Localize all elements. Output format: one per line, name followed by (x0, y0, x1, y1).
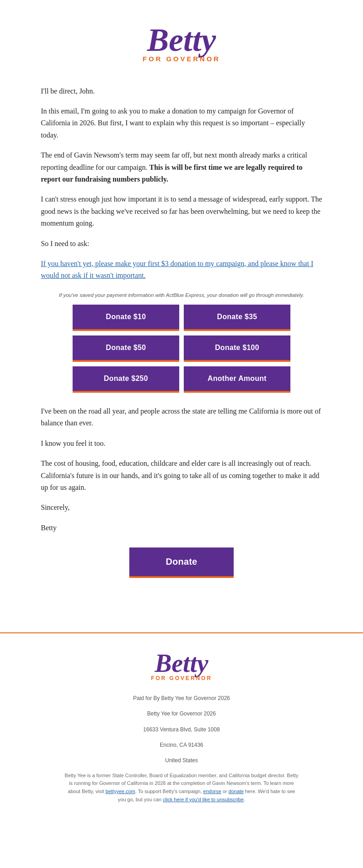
donate-35-button[interactable]: Donate $35 (184, 305, 290, 331)
svg-text:FOR GOVERNOR: FOR GOVERNOR (151, 675, 212, 681)
footer-area: Betty FOR GOVERNOR Paid for By Betty Yee… (0, 633, 363, 817)
donate-250-button[interactable]: Donate $250 (73, 366, 179, 393)
footer-logo: Betty FOR GOVERNOR (9, 647, 354, 689)
svg-text:Betty: Betty (154, 649, 209, 677)
disclaimer-period: . (244, 797, 245, 802)
footer-betty-logo: Betty FOR GOVERNOR (136, 647, 227, 686)
footer-endorse-link[interactable]: endorse (203, 789, 221, 794)
donation-grid: Donate $10 Donate $35 Donate $50 Donate … (73, 305, 290, 393)
svg-text:FOR GOVERNOR: FOR GOVERNOR (142, 55, 220, 63)
actblue-notice: If you've saved your payment information… (41, 291, 322, 299)
footer-address1: 16633 Ventura Blvd, Suite 1008 (9, 725, 354, 734)
paragraph-3: I can't stress enough just how important… (41, 193, 322, 229)
footer-city-state: Encino, CA 91436 (9, 740, 354, 750)
cta-donation-link[interactable]: If you haven't yet, please make your fir… (41, 258, 322, 282)
paragraph-2: The end of Gavin Newsom's term may seem … (41, 149, 322, 185)
betty-for-governor-logo: Betty FOR GOVERNOR (123, 18, 240, 68)
donate-10-button[interactable]: Donate $10 (73, 305, 179, 331)
footer-unsubscribe-link[interactable]: click here if you'd like to unsubscribe (163, 797, 244, 802)
signature-name: Betty (41, 522, 322, 534)
svg-text:Betty: Betty (147, 22, 216, 58)
footer-website-link[interactable]: bettyyee.com (106, 789, 135, 794)
main-donate-button[interactable]: Donate (129, 547, 234, 578)
disclaimer-text-2: . To support Betty's campaign, (135, 789, 203, 794)
paragraph-5: I've been on the road all year, and peop… (41, 405, 322, 429)
footer-disclaimer: Betty Yee is a former State Controller, … (64, 772, 299, 804)
donate-50-button[interactable]: Donate $50 (73, 335, 179, 362)
sincerely-text: Sincerely, (41, 502, 322, 513)
footer-paid-for: Paid for By Betty Yee for Governor 2026 (9, 694, 354, 703)
another-amount-button[interactable]: Another Amount (184, 366, 290, 393)
paragraph-6: I know you feel it too. (41, 438, 322, 449)
disclaimer-text-3: or (221, 789, 229, 794)
footer-country: United States (9, 756, 354, 765)
footer-org-name: Betty Yee for Governor 2026 (9, 709, 354, 718)
paragraph-1: In this email, I'm going to ask you to m… (41, 105, 322, 141)
donate-100-button[interactable]: Donate $100 (184, 335, 290, 362)
greeting-text: I'll be direct, John. (41, 85, 322, 97)
footer-donate-link[interactable]: donate (229, 789, 244, 794)
paragraph-7: The cost of housing, food, education, ch… (41, 458, 322, 493)
paragraph-4: So I need to ask: (41, 238, 322, 250)
logo-area: Betty FOR GOVERNOR (41, 9, 322, 85)
